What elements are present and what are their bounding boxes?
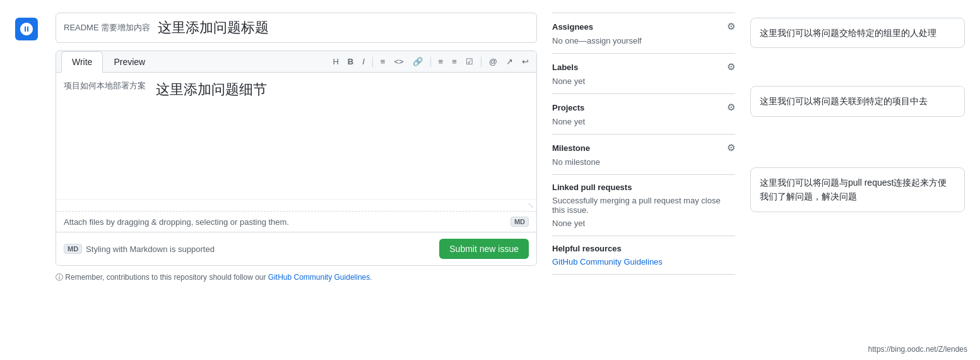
issue-sidebar: Assignees ⚙ No one—assign yourself Label… bbox=[552, 13, 735, 283]
toolbar-code-icon[interactable]: <> bbox=[391, 56, 406, 68]
sidebar-assignees-title: Assignees bbox=[552, 22, 593, 32]
annotation-assignees-text: 这里我们可以将问题交给特定的组里的人处理 bbox=[760, 28, 936, 38]
editor-body[interactable]: 项目如何本地部署方案 这里添加问题细节 bbox=[56, 73, 536, 199]
tab-write[interactable]: Write bbox=[61, 51, 103, 73]
issue-title-placeholder: README 需要增加内容 bbox=[64, 22, 150, 33]
sidebar-assignees-header: Assignees ⚙ bbox=[552, 21, 735, 32]
sidebar-linked-pr-header: Linked pull requests bbox=[552, 183, 735, 192]
milestone-gear-icon[interactable]: ⚙ bbox=[727, 142, 735, 153]
projects-value: None yet bbox=[552, 117, 735, 126]
annotation-projects-text: 这里我们可以将问题关联到特定的项目中去 bbox=[760, 96, 928, 106]
sidebar-linked-pr-section: Linked pull requests Successfully mergin… bbox=[552, 175, 735, 236]
issue-title-annotation: 这里添加问题标题 bbox=[158, 18, 269, 37]
sidebar-milestone-section: Milestone ⚙ No milestone bbox=[552, 135, 735, 175]
sidebar-projects-section: Projects ⚙ None yet bbox=[552, 94, 735, 135]
tabs-left: Write Preview bbox=[61, 51, 156, 72]
logo-area bbox=[15, 13, 40, 283]
markdown-support: MD Styling with Markdown is supported bbox=[64, 244, 215, 254]
annotations-column: 这里我们可以将问题交给特定的组里的人处理 这里我们可以将问题关联到特定的项目中去… bbox=[750, 13, 965, 283]
attach-text: Attach files by dragging & dropping, sel… bbox=[64, 217, 289, 227]
tab-preview[interactable]: Preview bbox=[103, 51, 156, 73]
sidebar-helpful-resources-section: Helpful resources GitHub Community Guide… bbox=[552, 236, 735, 275]
sidebar-helpful-resources-title: Helpful resources bbox=[552, 244, 622, 253]
sidebar-projects-title: Projects bbox=[552, 103, 584, 112]
annotation-assignees-bubble: 这里我们可以将问题交给特定的组里的人处理 bbox=[750, 18, 965, 48]
sidebar-linked-pr-title: Linked pull requests bbox=[552, 183, 632, 192]
github-community-guidelines-link[interactable]: GitHub Community Guidelines bbox=[552, 257, 663, 267]
toolbar-separator-1 bbox=[372, 57, 373, 67]
annotation-linked-pr-bubble: 这里我们可以将问题与pull request连接起来方便我们了解问题，解决问题 bbox=[750, 167, 965, 212]
sidebar-projects-header: Projects ⚙ bbox=[552, 102, 735, 113]
annotation-linked-pr-text: 这里我们可以将问题与pull request连接起来方便我们了解问题，解决问题 bbox=[760, 177, 947, 201]
toolbar-b-icon[interactable]: B bbox=[345, 56, 356, 68]
toolbar-mention-icon[interactable]: @ bbox=[487, 56, 500, 68]
md-badge-footer: MD bbox=[64, 244, 82, 254]
milestone-value: No milestone bbox=[552, 157, 735, 167]
toolbar-separator-2 bbox=[430, 57, 431, 67]
issue-title-row: README 需要增加内容 这里添加问题标题 bbox=[56, 13, 537, 43]
sidebar-milestone-title: Milestone bbox=[552, 143, 590, 153]
logo-svg bbox=[19, 21, 34, 37]
projects-gear-icon[interactable]: ⚙ bbox=[727, 102, 735, 113]
toolbar-heading-icon[interactable]: ≡ bbox=[378, 56, 388, 68]
sidebar-labels-section: Labels ⚙ None yet bbox=[552, 54, 735, 94]
issue-form: README 需要增加内容 这里添加问题标题 Write Preview H B… bbox=[56, 13, 537, 283]
editor-container: Write Preview H B I ≡ <> 🔗 ≡ ≡ ☑ @ bbox=[56, 51, 537, 266]
resize-icon: ⤡ bbox=[528, 201, 534, 210]
community-guidelines-link[interactable]: GitHub Community Guidelines bbox=[268, 273, 370, 282]
toolbar-task-icon[interactable]: ☑ bbox=[463, 56, 476, 68]
footer-url-text: https://bing.oodc.net/Z/lendes bbox=[868, 345, 967, 354]
resize-handle[interactable]: ⤡ bbox=[56, 199, 536, 211]
toolbar-ref-icon[interactable]: ↗ bbox=[504, 56, 516, 68]
linked-pr-value: None yet bbox=[552, 219, 735, 228]
sidebar-assignees-section: Assignees ⚙ No one—assign yourself bbox=[552, 13, 735, 54]
editor-body-small: 项目如何本地部署方案 bbox=[64, 80, 146, 92]
toolbar-undo-icon[interactable]: ↩ bbox=[519, 56, 531, 68]
annotation-projects-bubble: 这里我们可以将问题关联到特定的项目中去 bbox=[750, 86, 965, 116]
editor-toolbar: H B I ≡ <> 🔗 ≡ ≡ ☑ @ ↗ ↩ bbox=[330, 52, 531, 71]
toolbar-ul-icon[interactable]: ≡ bbox=[436, 56, 446, 68]
sidebar-milestone-header: Milestone ⚙ bbox=[552, 142, 735, 153]
toolbar-separator-3 bbox=[481, 57, 481, 67]
sidebar-labels-title: Labels bbox=[552, 63, 578, 72]
assignees-value: No one—assign yourself bbox=[552, 36, 735, 45]
labels-gear-icon[interactable]: ⚙ bbox=[727, 61, 735, 73]
editor-body-annotation: 这里添加问题细节 bbox=[156, 80, 267, 99]
toolbar-link-icon[interactable]: 🔗 bbox=[410, 56, 425, 68]
sidebar-helpful-resources-header: Helpful resources bbox=[552, 244, 735, 253]
toolbar-i-icon[interactable]: I bbox=[360, 56, 367, 68]
editor-content-preview: 项目如何本地部署方案 这里添加问题细节 bbox=[64, 80, 529, 99]
toolbar-h-icon[interactable]: H bbox=[330, 56, 341, 68]
remember-text: ⓘ Remember, contributions to this reposi… bbox=[56, 272, 537, 283]
editor-tabs-bar: Write Preview H B I ≡ <> 🔗 ≡ ≡ ☑ @ bbox=[56, 51, 536, 73]
md-badge: MD bbox=[511, 217, 529, 227]
attach-area: Attach files by dragging & dropping, sel… bbox=[56, 211, 536, 232]
labels-value: None yet bbox=[552, 76, 735, 86]
markdown-support-text: Styling with Markdown is supported bbox=[86, 244, 215, 254]
editor-footer: MD Styling with Markdown is supported Su… bbox=[56, 232, 536, 265]
bottom-url: https://bing.oodc.net/Z/lendes bbox=[868, 345, 967, 354]
helpful-resources-link-container: GitHub Community Guidelines bbox=[552, 257, 735, 267]
remember-text-content: Remember, contributions to this reposito… bbox=[65, 273, 266, 282]
sidebar-labels-header: Labels ⚙ bbox=[552, 61, 735, 73]
toolbar-ol-icon[interactable]: ≡ bbox=[449, 56, 459, 68]
linked-pr-description: Successfully merging a pull request may … bbox=[552, 196, 735, 215]
app-logo bbox=[15, 18, 38, 40]
submit-new-issue-button[interactable]: Submit new issue bbox=[439, 239, 529, 259]
assignees-gear-icon[interactable]: ⚙ bbox=[727, 21, 735, 32]
